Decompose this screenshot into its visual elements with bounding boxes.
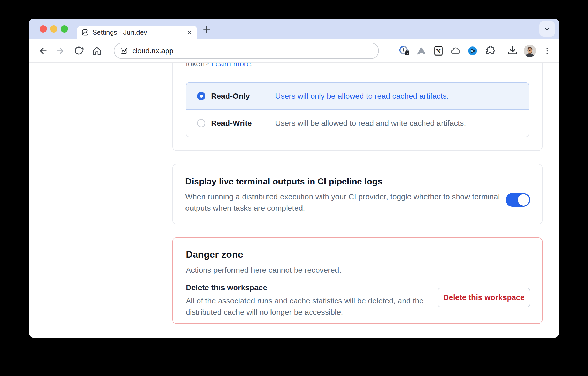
back-icon — [37, 45, 49, 57]
tab-title: Settings - Juri.dev — [92, 28, 147, 36]
browser-toolbar: cloud.nx.app — [29, 39, 559, 63]
terminal-outputs-description: When running a distributed execution wit… — [185, 191, 511, 214]
new-tab-icon — [201, 24, 212, 35]
home-icon — [91, 45, 103, 57]
tab-strip: Settings - Juri.dev — [29, 19, 559, 39]
danger-zone-subtitle: Actions performed here cannot be recover… — [186, 264, 530, 276]
kebab-menu-icon — [542, 46, 552, 56]
browser-window: Settings - Juri.dev — [29, 19, 559, 338]
browser-menu-button[interactable] — [541, 45, 553, 57]
svg-text:IQ: IQ — [471, 50, 473, 52]
chevron-down-icon — [543, 24, 552, 34]
cloud-icon — [450, 45, 461, 57]
new-tab-button[interactable] — [200, 23, 213, 36]
token-text-period: . — [251, 63, 253, 68]
forward-icon — [55, 45, 67, 57]
nx-cloud-site-icon — [120, 46, 128, 55]
read-only-label: Read-Only — [211, 92, 275, 100]
toggle-knob — [518, 194, 529, 206]
home-button[interactable] — [90, 44, 104, 58]
terminal-outputs-title: Display live terminal outputs in CI pipe… — [185, 175, 530, 187]
svg-text:N: N — [436, 48, 440, 54]
read-write-description: Users will be allowed to read and write … — [275, 119, 466, 128]
close-window-button[interactable] — [40, 25, 47, 33]
onepassword-extension-button[interactable] — [398, 45, 410, 57]
token-help-text: token? Learn more. — [186, 63, 529, 69]
read-write-option[interactable]: Read-Write Users will be allowed to read… — [186, 110, 529, 137]
learn-more-link[interactable]: Learn more — [211, 63, 251, 68]
back-button[interactable] — [36, 44, 49, 58]
toolbar-divider — [501, 47, 501, 55]
extensions-button[interactable] — [484, 45, 496, 57]
toolbar-extensions: N IQ — [398, 45, 553, 57]
iq-play-icon: IQ — [467, 45, 478, 57]
minimize-window-button[interactable] — [50, 25, 57, 33]
download-icon — [507, 45, 519, 57]
read-write-label: Read-Write — [211, 119, 275, 128]
cloud-extension-button[interactable] — [450, 45, 461, 57]
url-text: cloud.nx.app — [132, 47, 173, 55]
token-text-fragment: token? — [186, 63, 211, 68]
page-viewport: token? Learn more. Read-Only Users will … — [29, 63, 559, 338]
iq-player-extension-button[interactable]: IQ — [467, 45, 478, 57]
onepassword-icon — [398, 45, 410, 57]
notion-icon: N — [432, 45, 444, 57]
forward-button[interactable] — [54, 44, 67, 58]
reload-icon — [73, 45, 84, 57]
radio-selected-icon[interactable] — [197, 92, 205, 100]
delete-workspace-description: All of the associated runs and cache sta… — [186, 295, 431, 318]
profile-avatar[interactable] — [524, 45, 536, 57]
notion-extension-button[interactable]: N — [432, 45, 444, 57]
delete-workspace-button[interactable]: Delete this workspace — [438, 288, 530, 307]
settings-page: token? Learn more. Read-Only Users will … — [172, 63, 543, 324]
danger-zone-title: Danger zone — [186, 248, 530, 261]
browser-tab[interactable]: Settings - Juri.dev — [77, 26, 197, 39]
read-only-option[interactable]: Read-Only Users will only be allowed to … — [186, 82, 529, 110]
extensions-icon — [484, 45, 496, 57]
close-tab-icon[interactable] — [186, 29, 193, 36]
avatar-image — [524, 45, 536, 57]
danger-zone-card: Danger zone Actions performed here canno… — [172, 237, 543, 324]
maximize-window-button[interactable] — [61, 25, 68, 33]
window-controls — [40, 25, 68, 33]
screenshot-stage: Settings - Juri.dev — [0, 0, 588, 376]
address-bar[interactable]: cloud.nx.app — [114, 43, 379, 59]
access-token-card: token? Learn more. Read-Only Users will … — [172, 63, 543, 151]
nx-cloud-favicon — [81, 28, 89, 36]
access-level-options: Read-Only Users will only be allowed to … — [186, 82, 529, 137]
mountain-icon — [415, 45, 427, 57]
radio-unselected-icon[interactable] — [197, 119, 205, 127]
read-only-description: Users will only be allowed to read cache… — [275, 92, 449, 100]
reload-button[interactable] — [72, 44, 86, 58]
terminal-outputs-toggle[interactable] — [506, 193, 530, 207]
tab-search-button[interactable] — [539, 21, 555, 37]
downloads-button[interactable] — [507, 45, 519, 57]
terminal-outputs-card: Display live terminal outputs in CI pipe… — [172, 164, 543, 224]
mountain-extension-button[interactable] — [415, 45, 427, 57]
